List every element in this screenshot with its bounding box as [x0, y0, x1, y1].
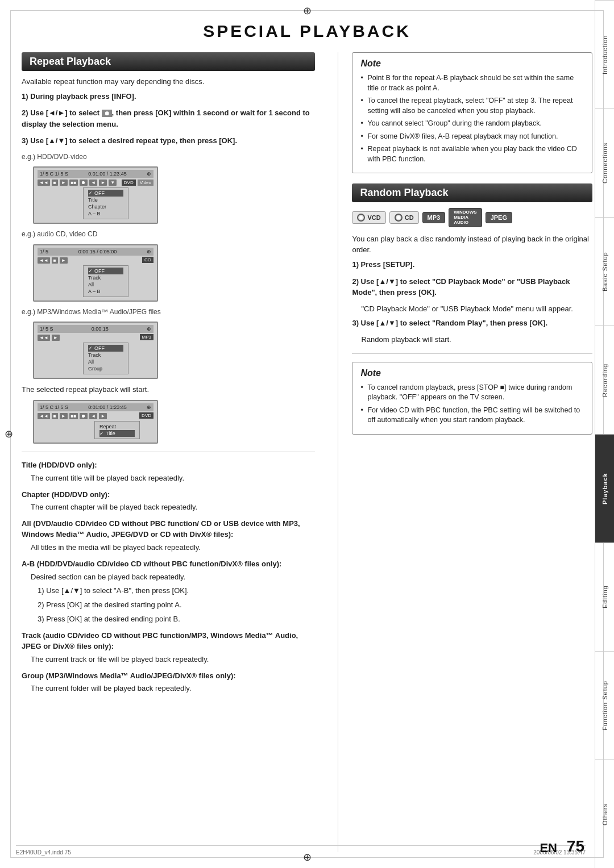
s2-btn3: ► [60, 257, 68, 264]
ab-label: A-B (HDD/DVD/audio CD/video CD without P… [22, 559, 315, 570]
jpeg-label: JPEG [491, 214, 507, 221]
note-box-left: Note Point B for the repeat A-B playback… [352, 52, 592, 173]
screen2-topbar: 1/ 5 0:00:15 / 0:05:00 ⊕ [38, 248, 154, 256]
screen3-topbar: 1/ 5 S 0:00:15 ⊕ [38, 325, 154, 333]
s1-btn5: ⏺ [80, 180, 88, 186]
file-info-left: E2H40UD_v4.indd 75 [16, 849, 71, 856]
badge-cd: CD [389, 211, 419, 224]
s1-btn3: ► [60, 180, 68, 186]
badge-mp3: MP3 [422, 212, 446, 223]
s4-btn2: ■ [52, 413, 58, 419]
wmedia-label: WINDOWSMEDIAAUDIO [454, 210, 476, 225]
screen3-time: 0:00:15 [92, 326, 109, 332]
note-right-title: Note [360, 368, 584, 378]
vcd-label: VCD [367, 214, 380, 221]
screen4-counter: 1/ 5 C 1/ 5 S [40, 404, 68, 410]
s4-btn1: ◄◄ [38, 413, 50, 419]
random-step2-desc: "CD Playback Mode" or "USB Playback Mode… [361, 304, 592, 315]
badge-vcd: VCD [352, 211, 385, 224]
s1-dvd: DVD [122, 180, 136, 186]
tab-editing[interactable]: Editing [595, 542, 614, 651]
tab-introduction[interactable]: Introduction [595, 0, 614, 108]
cd-label: CD [405, 214, 414, 221]
step1: 1) During playback press [INFO]. [22, 91, 315, 102]
cd-disc-icon [395, 214, 403, 222]
s3-btn2: ► [52, 335, 60, 341]
reg-mark-left: ⊕ [5, 428, 13, 440]
s4-btn5: ⏺ [80, 413, 88, 419]
random-step3: 3) Use [▲/▼] to select "Random Play", th… [352, 318, 592, 329]
tab-playback[interactable]: Playback [595, 434, 614, 542]
s1-off: ✓OFF [88, 190, 123, 197]
note-left-item-3: You cannot select "Group" during the ran… [360, 119, 584, 129]
tab-others[interactable]: Others [595, 760, 614, 868]
media-badges: VCD CD MP3 WINDOWSMEDIAAUDIO JPEG [352, 208, 592, 227]
screen4-menu: Repeat ✓Title [94, 421, 140, 439]
note-right-list: To cancel random playback, press [STOP ■… [360, 383, 584, 425]
all-dvd-desc: All titles in the media will be played b… [31, 542, 315, 553]
ab-desc: Desired section can be played back repea… [31, 572, 315, 583]
group-label: Group (MP3/Windows Media™ Audio/JPEG/Div… [22, 671, 315, 682]
s4-btn3: ► [60, 413, 68, 419]
tab-recording[interactable]: Recording [595, 326, 614, 434]
screen4-time: 0:01:00 / 1:23:45 [88, 404, 127, 410]
s4-badge: DVD [139, 413, 154, 419]
s2-all: All [88, 281, 123, 288]
s2-track: Track [88, 274, 123, 281]
screen2-time: 0:00:15 / 0:05:00 [78, 249, 117, 254]
s2-btn1: ◄◄ [38, 257, 50, 264]
title-hdd-label: Title (HDD/DVD only): [22, 460, 315, 471]
tab-function-setup[interactable]: Function Setup [595, 651, 614, 760]
ab-step1: 1) Use [▲/▼] to select "A-B", then press… [38, 586, 315, 596]
s2-btn2: ■ [52, 257, 58, 264]
repeat-playback-header: Repeat Playback [22, 52, 315, 71]
s1-chapter: Chapter [88, 203, 123, 210]
note-left-item-5: Repeat playback is not available when yo… [360, 144, 584, 164]
screen2-plus: ⊕ [147, 249, 151, 254]
screen3-menu: ✓OFF Track All Group [83, 343, 128, 374]
note-left-list: Point B for the repeat A-B playback shou… [360, 73, 584, 164]
s1-btn2: ■ [52, 180, 58, 186]
badge-jpeg: JPEG [486, 212, 512, 223]
tab-connections[interactable]: Connections [595, 108, 614, 217]
repeat-start: The selected repeat playback will start. [22, 385, 315, 395]
repeat-intro: Available repeat function may vary depen… [22, 77, 315, 87]
page-number: 75 [567, 837, 584, 856]
s1-video: Video [138, 180, 154, 186]
s2-off: ✓OFF [88, 268, 123, 274]
random-playback-header: Random Playback [352, 183, 592, 202]
all-dvd-label: All (DVD/audio CD/video CD without PBC f… [22, 519, 315, 540]
chapter-hdd-desc: The current chapter will be played back … [31, 502, 315, 513]
step1-text: 1) During playback press [INFO]. [22, 92, 136, 101]
screen4-icons: ◄◄ ■ ► ■■ ⏺ ◄ ► DVD [38, 413, 154, 419]
group-desc: The current folder will be played back r… [31, 683, 315, 694]
note-left-title: Note [360, 59, 584, 69]
s3-track: Track [88, 352, 123, 358]
random-step1: 1) Press [SETUP]. [352, 259, 592, 270]
note-right-item-1: To cancel random playback, press [STOP ■… [360, 383, 584, 403]
en-label: EN [540, 841, 557, 856]
vcd-disc-icon [357, 214, 365, 222]
screen2-counter: 1/ 5 [40, 249, 48, 254]
screen1-topbar: 1/ 5 C 1/ 5 S 0:01:00 / 1:23:45 ⊕ [38, 170, 154, 178]
s4-btn6: ◄ [89, 413, 97, 419]
tab-basic-setup[interactable]: Basic Setup [595, 217, 614, 326]
eg1-label: e.g.) HDD/DVD-video [22, 152, 315, 162]
note-left-item-1: Point B for the repeat A-B playback shou… [360, 73, 584, 93]
screen4-topbar: 1/ 5 C 1/ 5 S 0:01:00 / 1:23:45 ⊕ [38, 403, 154, 411]
s3-group: Group [88, 365, 123, 372]
right-column: Note Point B for the repeat A-B playback… [338, 52, 592, 852]
chapter-hdd-label: Chapter (HDD/DVD only): [22, 490, 315, 500]
track-label: Track (audio CD/video CD without PBC fun… [22, 631, 315, 652]
screen1-menu: ✓OFF Title Chapter A – B [83, 187, 128, 219]
mp3-label: MP3 [428, 214, 441, 221]
bottom-bar: E2H40UD_v4.indd 75 2008/06/02 13:35:47 [16, 845, 586, 856]
eg3-label: e.g.) MP3/Windows Media™ Audio/JPEG file… [22, 307, 315, 317]
s3-badge: MP3 [140, 335, 154, 341]
s1-btn8: ▼ [109, 180, 117, 186]
s2-ab: A – B [88, 288, 123, 295]
random-intro: You can play back a disc randomly instea… [352, 234, 592, 256]
note-box-right: Note To cancel random playback, press [S… [352, 362, 592, 435]
ab-step3: 3) Press [OK] at the desired ending poin… [38, 614, 315, 625]
divider-right [352, 353, 592, 354]
